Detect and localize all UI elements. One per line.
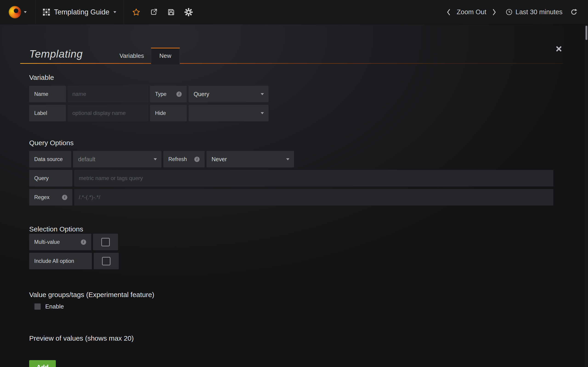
include-all-checkbox[interactable]: [94, 253, 119, 269]
tab-new[interactable]: New: [151, 48, 180, 65]
top-navbar: Templating Guide: [0, 0, 588, 24]
timepicker-controls: Zoom Out Last 30 minutes: [447, 0, 588, 24]
type-select-value: Query: [194, 91, 209, 98]
templating-tabs: Variables New: [112, 48, 180, 64]
enable-checkbox[interactable]: [35, 303, 41, 310]
time-range-picker[interactable]: Last 30 minutes: [506, 8, 562, 16]
chevron-down-icon: [261, 112, 264, 114]
multi-value-label: Multi-value i: [29, 234, 91, 250]
include-all-row: Include All option: [29, 253, 553, 269]
zoom-out-button[interactable]: Zoom Out: [457, 8, 486, 16]
type-select[interactable]: Query: [189, 86, 268, 102]
chevron-down-icon: [286, 158, 289, 160]
selection-options-heading: Selection Options: [29, 225, 553, 233]
query-options-row-3: Regex i: [29, 189, 553, 206]
settings-gear-icon[interactable]: [183, 5, 194, 19]
dashboard-title: Templating Guide: [54, 8, 109, 16]
preview-heading: Preview of values (shows max 20): [29, 334, 553, 342]
page-title: Templating: [29, 48, 83, 60]
hide-select[interactable]: [189, 105, 268, 121]
scrollbar-track[interactable]: [585, 25, 588, 367]
variable-row-1: Name Type i Query: [29, 86, 553, 102]
name-input[interactable]: [68, 86, 148, 102]
chevron-down-icon: [113, 11, 116, 13]
query-options-heading: Query Options: [29, 139, 553, 147]
grafana-logo-icon: [9, 6, 21, 18]
dashboard-picker[interactable]: Templating Guide: [36, 0, 124, 24]
save-icon[interactable]: [166, 5, 176, 19]
name-label: Name: [29, 86, 66, 102]
refresh-icon[interactable]: [570, 8, 578, 16]
query-options-row-1: Data source default Refresh i Never: [29, 151, 553, 167]
refresh-select[interactable]: Never: [207, 151, 294, 167]
regex-label: Regex i: [29, 189, 72, 206]
info-icon[interactable]: i: [194, 157, 199, 162]
multi-value-row: Multi-value i: [29, 234, 553, 250]
chevron-right-icon[interactable]: [492, 9, 496, 16]
chevron-down-icon: [24, 11, 27, 13]
time-range-label: Last 30 minutes: [515, 8, 562, 16]
variable-editor-form: Variable Name Type i Query Label Hide Qu…: [0, 73, 588, 367]
close-icon[interactable]: [555, 45, 562, 52]
regex-label-text: Regex: [34, 194, 49, 200]
templating-header: Templating Variables New: [20, 39, 563, 64]
query-input[interactable]: [74, 170, 553, 186]
scrollbar-thumb[interactable]: [586, 26, 587, 40]
chevron-down-icon: [261, 93, 264, 95]
checkbox-unchecked-icon: [101, 238, 110, 246]
variable-row-2: Label Hide: [29, 105, 553, 121]
refresh-label: Refresh i: [163, 151, 205, 167]
info-icon[interactable]: i: [62, 195, 67, 200]
datasource-select[interactable]: default: [73, 151, 162, 167]
enable-label: Enable: [45, 303, 64, 310]
checkbox-unchecked-icon: [102, 257, 111, 265]
tab-variables[interactable]: Variables: [112, 48, 151, 64]
star-icon[interactable]: [131, 5, 141, 19]
enable-row: Enable: [35, 303, 553, 310]
info-icon[interactable]: i: [81, 240, 86, 245]
refresh-label-text: Refresh: [168, 156, 187, 162]
refresh-select-value: Never: [212, 156, 227, 163]
add-button[interactable]: Add: [29, 360, 56, 367]
dashboard-grid-icon: [43, 9, 50, 16]
datasource-label: Data source: [29, 151, 71, 167]
datasource-select-value: default: [78, 156, 95, 163]
chevron-down-icon: [154, 158, 157, 160]
grafana-main-menu[interactable]: [0, 0, 36, 24]
multi-value-label-text: Multi-value: [34, 239, 60, 245]
query-label: Query: [29, 170, 72, 186]
query-options-row-2: Query: [29, 170, 553, 186]
grafana-page: Templating Guide: [0, 0, 588, 367]
regex-input[interactable]: [74, 189, 553, 206]
variable-section-heading: Variable: [29, 73, 553, 82]
label-input[interactable]: [68, 105, 148, 121]
share-icon[interactable]: [149, 5, 159, 19]
type-label: Type i: [150, 86, 187, 102]
include-all-label: Include All option: [29, 253, 92, 269]
clock-icon: [506, 8, 513, 16]
value-groups-heading: Value groups/tags (Experimental feature): [29, 291, 553, 299]
chevron-left-icon[interactable]: [447, 9, 451, 16]
label-label: Label: [29, 105, 66, 121]
dashboard-actions: [124, 0, 196, 24]
info-icon[interactable]: i: [176, 92, 182, 97]
type-label-text: Type: [155, 91, 166, 97]
hide-label: Hide: [150, 105, 187, 121]
multi-value-checkbox[interactable]: [93, 234, 118, 250]
